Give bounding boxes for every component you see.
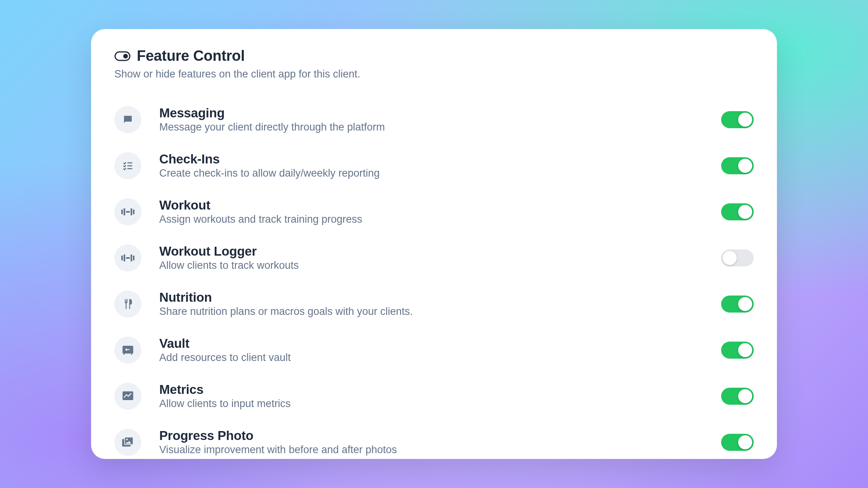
svg-rect-14 [133, 256, 134, 260]
feature-text: WorkoutAssign workouts and track trainin… [159, 198, 721, 225]
toggle-knob [738, 297, 752, 311]
svg-rect-7 [126, 211, 130, 213]
feature-description: Add resources to client vault [159, 352, 721, 364]
svg-point-16 [126, 349, 128, 351]
toggle-checkins[interactable] [721, 157, 754, 174]
page-subtitle: Show or hide features on the client app … [114, 68, 754, 80]
svg-rect-11 [124, 254, 125, 261]
feature-row-progress-photo: Progress PhotoVisualize improvement with… [114, 419, 754, 459]
checkins-icon [114, 152, 141, 179]
feature-row-workout-logger: Workout LoggerAllow clients to track wor… [114, 235, 754, 281]
toggle-progress-photo[interactable] [721, 434, 754, 451]
toggle-knob [738, 343, 752, 357]
toggle-knob [738, 435, 752, 449]
svg-rect-9 [133, 210, 134, 214]
feature-title: Metrics [159, 382, 721, 397]
workout-logger-icon [114, 244, 141, 271]
feature-text: MetricsAllow clients to input metrics [159, 382, 721, 410]
messaging-icon [114, 106, 141, 133]
feature-description: Create check-ins to allow daily/weekly r… [159, 167, 721, 179]
feature-title: Check-Ins [159, 152, 721, 167]
toggle-workout-logger[interactable] [721, 249, 754, 266]
svg-point-1 [123, 54, 128, 58]
feature-title: Messaging [159, 106, 721, 120]
feature-description: Allow clients to track workouts [159, 259, 721, 271]
feature-text: Workout LoggerAllow clients to track wor… [159, 244, 721, 271]
svg-rect-19 [131, 353, 132, 354]
feature-row-checkins: Check-InsCreate check-ins to allow daily… [114, 143, 754, 189]
feature-description: Assign workouts and track training progr… [159, 213, 721, 225]
feature-text: NutritionShare nutrition plans or macros… [159, 290, 721, 318]
feature-title: Nutrition [159, 290, 721, 305]
vault-icon [114, 337, 141, 364]
feature-text: Check-InsCreate check-ins to allow daily… [159, 152, 721, 179]
svg-rect-6 [124, 208, 125, 215]
svg-rect-5 [121, 210, 123, 214]
toggle-knob [738, 389, 752, 403]
svg-rect-10 [121, 256, 123, 260]
toggle-vault[interactable] [721, 342, 754, 359]
feature-row-metrics: MetricsAllow clients to input metrics [114, 373, 754, 419]
feature-title: Vault [159, 336, 721, 351]
toggle-nutrition[interactable] [721, 296, 754, 313]
feature-row-nutrition: NutritionShare nutrition plans or macros… [114, 281, 754, 327]
toggle-metrics[interactable] [721, 388, 754, 405]
card-header: Feature Control Show or hide features on… [114, 48, 754, 80]
toggle-knob [723, 251, 737, 265]
feature-row-workout: WorkoutAssign workouts and track trainin… [114, 189, 754, 235]
svg-rect-8 [131, 208, 132, 215]
feature-title: Progress Photo [159, 428, 721, 443]
feature-description: Message your client directly through the… [159, 121, 721, 133]
feature-description: Allow clients to input metrics [159, 398, 721, 410]
toggle-knob [738, 113, 752, 127]
feature-row-vault: VaultAdd resources to client vault [114, 327, 754, 373]
toggle-messaging[interactable] [721, 111, 754, 128]
toggle-icon [114, 51, 131, 61]
feature-description: Visualize improvement with before and af… [159, 444, 721, 456]
feature-description: Share nutrition plans or macros goals wi… [159, 306, 721, 318]
feature-text: Progress PhotoVisualize improvement with… [159, 428, 721, 456]
feature-title: Workout [159, 198, 721, 213]
toggle-workout[interactable] [721, 203, 754, 220]
svg-point-23 [126, 438, 127, 440]
feature-title: Workout Logger [159, 244, 721, 259]
svg-rect-13 [131, 254, 132, 261]
feature-control-card: Feature Control Show or hide features on… [91, 29, 777, 459]
features-list: MessagingMessage your client directly th… [114, 96, 754, 459]
toggle-knob [738, 205, 752, 219]
svg-rect-17 [127, 349, 130, 350]
page-title: Feature Control [137, 48, 245, 64]
metrics-icon [114, 383, 141, 410]
workout-icon [114, 198, 141, 225]
feature-text: VaultAdd resources to client vault [159, 336, 721, 364]
progress-photo-icon [114, 429, 141, 456]
feature-text: MessagingMessage your client directly th… [159, 106, 721, 133]
svg-rect-12 [126, 257, 130, 259]
svg-rect-18 [124, 353, 125, 354]
nutrition-icon [114, 290, 141, 318]
toggle-knob [738, 159, 752, 173]
feature-row-messaging: MessagingMessage your client directly th… [114, 96, 754, 143]
